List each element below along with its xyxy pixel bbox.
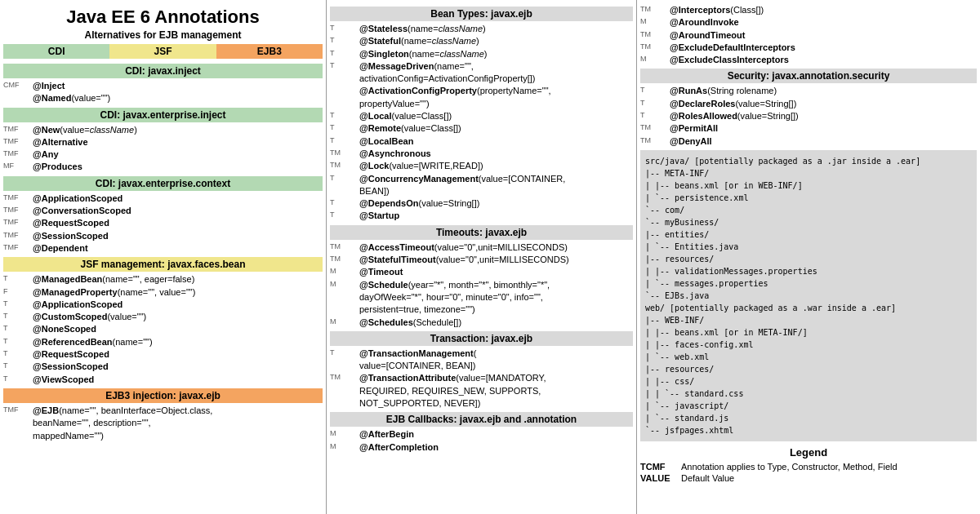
annotation-row: TMF@Dependent <box>3 242 323 254</box>
annotation-row: T@Singleton(name=className) <box>330 48 633 60</box>
annotation-row: TMF@SessionScoped <box>3 230 323 241</box>
annotation-param-italic: className <box>432 36 476 46</box>
annotation-row: T@ApplicationScoped <box>3 299 323 310</box>
file-tree-line: | |-- beans.xml [or in WEB-INF/] <box>645 179 972 192</box>
file-tree-line: | | `-- standard.css <box>645 388 972 400</box>
main-title: Java EE 6 Annotations <box>3 3 323 29</box>
ann-text: @Stateful(name=className) <box>359 35 479 47</box>
ann-marker: T <box>330 348 359 358</box>
file-tree-line: | `-- messages.properties <box>645 277 972 290</box>
ann-marker: T <box>330 23 359 33</box>
file-tree-line: | |-- beans.xml [or in META-INF/] <box>645 326 972 339</box>
annotation-row: M@AroundInvoke <box>640 16 977 28</box>
annotation-row: T@MessageDriven(name="", <box>330 60 633 72</box>
ann-marker: M <box>330 266 359 277</box>
annotation-name: @Interceptors <box>670 5 730 15</box>
annotation-row: TMF@RequestScoped <box>3 217 323 228</box>
legend-key: VALUE <box>640 473 681 483</box>
ann-marker: TM <box>330 241 359 252</box>
ann-text: @Interceptors(Class[]) <box>670 4 764 16</box>
ann-marker: T <box>3 323 33 334</box>
annotation-name: @Stateful <box>359 36 401 46</box>
ann-marker: T <box>330 60 359 71</box>
annotation-row: M@Schedule(year="*", month="*", bimonthl… <box>330 279 633 290</box>
ann-text: @Lock(value=[WRITE,READ]) <box>359 160 483 171</box>
annotation-name: @StatefulTimeout <box>359 255 436 264</box>
ann-text: REQUIRED, REQUIRES_NEW, SUPPORTS, <box>359 385 541 397</box>
annotation-name: @Dependent <box>33 243 88 253</box>
ann-marker: T <box>330 110 359 121</box>
ann-marker: TMF <box>3 193 33 203</box>
file-tree-line: | `-- persistence.xml <box>645 192 972 204</box>
ann-text: dayOfWeek="*", hour="0", minute="0", inf… <box>359 291 543 303</box>
ann-text: @ActivationConfigProperty(propertyName="… <box>359 85 551 96</box>
ann-marker: TM <box>330 254 359 264</box>
annotation-row: TM@Interceptors(Class[]) <box>640 4 977 16</box>
ann-marker <box>330 185 359 186</box>
ann-marker <box>330 291 359 292</box>
ann-marker: T <box>330 135 359 146</box>
annotation-name: @ViewScoped <box>33 374 94 384</box>
ann-text: @ExcludeDefaultInterceptors <box>670 42 795 53</box>
legend-value: Default Value <box>681 473 734 483</box>
ann-text: @Any <box>33 148 59 160</box>
ann-marker: M <box>330 441 359 452</box>
ann-text: @CustomScoped(value="") <box>33 311 146 322</box>
column-1: Java EE 6 Annotations Alternatives for E… <box>0 0 327 514</box>
legend-row: VALUEDefault Value <box>640 473 977 483</box>
section-header: Timeouts: javax.ejb <box>330 225 633 240</box>
ann-marker: TMF <box>3 230 33 241</box>
annotation-name: @RolesAllowed <box>670 111 737 121</box>
annotation-row: TMF@Any <box>3 148 323 160</box>
tab-ejb[interactable]: EJB3 <box>216 44 323 59</box>
ann-text: @Produces <box>33 161 82 172</box>
col2-sections: Bean Types: javax.ejbT@Stateless(name=cl… <box>330 7 633 453</box>
annotation-row: dayOfWeek="*", hour="0", minute="0", inf… <box>330 291 633 303</box>
annotation-row: F@ManagedProperty(name="", value="") <box>3 286 323 298</box>
annotation-name: @Alternative <box>33 137 88 147</box>
ann-marker: TMF <box>3 136 33 147</box>
ann-marker <box>330 98 359 99</box>
ann-marker <box>3 92 33 93</box>
ann-text: @ConversationScoped <box>33 205 131 216</box>
ann-text: @DenyAll <box>670 135 712 147</box>
tab-jsf[interactable]: JSF <box>109 44 216 59</box>
annotation-name: @ManagedBean <box>33 274 102 284</box>
ann-marker: T <box>3 311 33 321</box>
ann-text: @AccessTimeout(value="0",unit=MILLISECON… <box>359 241 568 253</box>
annotation-name: @RequestScoped <box>33 218 109 228</box>
ann-text: NOT_SUPPORTED, NEVER]) <box>359 397 480 409</box>
annotation-row: persistent=true, timezone="") <box>330 304 633 315</box>
annotation-row: T@ReferencedBean(name="") <box>3 336 323 348</box>
tab-cdi[interactable]: CDI <box>3 44 109 59</box>
ann-marker: TM <box>640 135 670 146</box>
file-tree-line: `-- com/ <box>645 204 972 216</box>
annotation-name: @DeclareRoles <box>670 99 735 109</box>
file-tree-line: | `-- web.xml <box>645 351 972 363</box>
annotation-name: @TransactionAttribute <box>359 373 456 383</box>
annotation-param-italic: className <box>90 125 134 135</box>
section-header: CDI: javax.enterprise.context <box>3 176 323 191</box>
ann-text: @Remote(value=Class[]) <box>359 122 461 134</box>
ann-text: @StatefulTimeout(value="0",unit=MILLISEC… <box>359 254 569 265</box>
annotation-row: TM@AccessTimeout(value="0",unit=MILLISEC… <box>330 241 633 253</box>
section-header: Transaction: javax.ejb <box>330 331 633 346</box>
annotation-row: T@Stateful(name=className) <box>330 35 633 47</box>
legend-items: TCMFAnnotation applies to Type, Construc… <box>640 462 977 483</box>
ann-text: @RunAs(String rolename) <box>670 85 777 96</box>
annotation-row: TM@PermitAll <box>640 122 977 134</box>
ann-text: @ApplicationScoped <box>33 299 122 310</box>
file-tree-line: |-- resources/ <box>645 363 972 375</box>
ann-marker: M <box>330 317 359 327</box>
annotation-row: TM@ExcludeDefaultInterceptors <box>640 42 977 53</box>
annotation-row: M@AfterBegin <box>330 428 633 440</box>
ann-marker: M <box>640 54 670 64</box>
annotation-name: @CustomScoped <box>33 312 107 321</box>
annotation-row: TM@Lock(value=[WRITE,READ]) <box>330 160 633 171</box>
ann-marker: MF <box>3 161 33 171</box>
col3-security: T@RunAs(String rolename)T@DeclareRoles(v… <box>640 85 977 146</box>
annotation-row: M@AfterCompletion <box>330 441 633 453</box>
annotation-name: @ConversationScoped <box>33 206 131 215</box>
annotation-row: activationConfig=ActivationConfigPropert… <box>330 73 633 84</box>
annotation-row: T@RequestScoped <box>3 348 323 360</box>
